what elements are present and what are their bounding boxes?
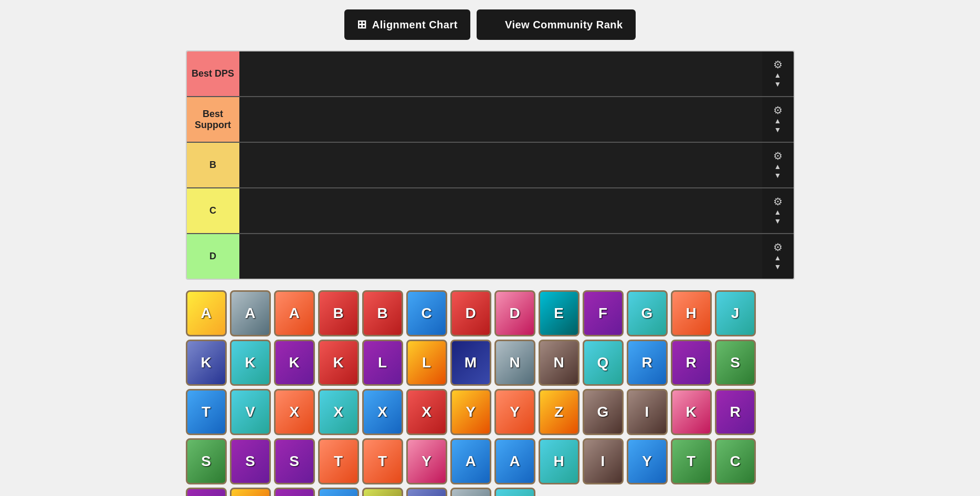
character-card[interactable]: V: [230, 389, 271, 435]
character-card[interactable]: I: [583, 438, 624, 484]
character-portrait: E: [540, 292, 578, 335]
character-card[interactable]: E: [539, 290, 579, 336]
character-card[interactable]: L: [362, 340, 403, 386]
character-card[interactable]: X: [362, 389, 403, 435]
tier-down-best-dps[interactable]: ▼: [774, 80, 782, 89]
character-card[interactable]: K: [671, 389, 712, 435]
character-card[interactable]: R: [627, 340, 668, 386]
character-card[interactable]: Y: [494, 389, 535, 435]
character-card[interactable]: G: [583, 389, 624, 435]
character-card[interactable]: C: [274, 488, 315, 496]
character-card[interactable]: G: [627, 290, 668, 336]
character-card[interactable]: N: [494, 340, 535, 386]
character-portrait: L: [408, 341, 446, 384]
character-card[interactable]: T: [362, 438, 403, 484]
character-card[interactable]: L: [406, 340, 447, 386]
character-card[interactable]: C: [715, 438, 756, 484]
character-card[interactable]: S: [715, 340, 756, 386]
character-card[interactable]: N: [362, 488, 403, 496]
character-card[interactable]: A: [186, 290, 227, 336]
character-card[interactable]: W: [450, 488, 491, 496]
tier-settings-b[interactable]: ⚙: [773, 151, 783, 161]
character-card[interactable]: D: [494, 290, 535, 336]
tier-content-d[interactable]: [239, 234, 762, 279]
character-card[interactable]: I: [627, 389, 668, 435]
character-portrait: T: [187, 391, 225, 434]
character-card[interactable]: Q: [583, 340, 624, 386]
tier-row-b: B⚙▲▼: [187, 143, 794, 188]
character-portrait: S: [231, 440, 269, 483]
character-card[interactable]: Y: [627, 438, 668, 484]
character-card[interactable]: A: [450, 438, 491, 484]
character-card[interactable]: L: [406, 488, 447, 496]
character-card[interactable]: K: [274, 340, 315, 386]
character-card[interactable]: K: [318, 340, 359, 386]
community-rank-button[interactable]: View Community Rank: [477, 9, 636, 40]
character-card[interactable]: X: [274, 389, 315, 435]
tier-content-best-support[interactable]: [239, 97, 762, 142]
character-card[interactable]: S: [230, 438, 271, 484]
character-card[interactable]: B: [362, 290, 403, 336]
character-card[interactable]: T: [186, 389, 227, 435]
tier-up-c[interactable]: ▲: [774, 208, 782, 217]
tier-down-c[interactable]: ▼: [774, 217, 782, 226]
character-card[interactable]: Y: [450, 389, 491, 435]
character-card[interactable]: J: [715, 290, 756, 336]
tier-label-b: B: [187, 143, 239, 187]
character-card[interactable]: D: [186, 488, 227, 496]
character-card[interactable]: Y: [406, 438, 447, 484]
character-card[interactable]: X: [318, 389, 359, 435]
tier-controls-best-support: ⚙▲▼: [762, 97, 794, 142]
tier-settings-best-support[interactable]: ⚙: [773, 105, 783, 115]
character-portrait: M: [452, 341, 490, 384]
character-portrait: N: [364, 489, 402, 496]
character-card[interactable]: C: [406, 290, 447, 336]
character-card[interactable]: K: [186, 340, 227, 386]
character-card[interactable]: N: [539, 340, 579, 386]
character-card[interactable]: K: [230, 340, 271, 386]
tier-up-best-dps[interactable]: ▲: [774, 71, 782, 80]
character-portrait: W: [452, 489, 490, 496]
character-card[interactable]: Z: [539, 389, 579, 435]
character-portrait: X: [364, 391, 402, 434]
character-card[interactable]: D: [450, 290, 491, 336]
character-card[interactable]: N: [318, 488, 359, 496]
tier-settings-d[interactable]: ⚙: [773, 242, 783, 252]
character-card[interactable]: S: [274, 438, 315, 484]
tier-content-best-dps[interactable]: [239, 51, 762, 96]
tier-settings-c[interactable]: ⚙: [773, 196, 783, 207]
tier-up-d[interactable]: ▲: [774, 254, 782, 262]
character-card[interactable]: A: [230, 290, 271, 336]
tier-controls-d: ⚙▲▼: [762, 234, 794, 279]
character-card[interactable]: H: [539, 438, 579, 484]
tier-down-b[interactable]: ▼: [774, 171, 782, 180]
character-card[interactable]: F: [583, 290, 624, 336]
character-card[interactable]: C: [230, 488, 271, 496]
character-card[interactable]: H: [671, 290, 712, 336]
tier-settings-best-dps[interactable]: ⚙: [773, 59, 783, 70]
character-card[interactable]: S: [186, 438, 227, 484]
tier-down-d[interactable]: ▼: [774, 262, 782, 271]
character-portrait: X: [320, 391, 357, 434]
character-card[interactable]: T: [318, 438, 359, 484]
character-card[interactable]: R: [715, 389, 756, 435]
tier-up-b[interactable]: ▲: [774, 162, 782, 171]
tier-down-best-support[interactable]: ▼: [774, 125, 782, 134]
character-card[interactable]: M: [450, 340, 491, 386]
character-card[interactable]: A: [274, 290, 315, 336]
tier-content-c[interactable]: [239, 188, 762, 233]
tier-content-b[interactable]: [239, 143, 762, 187]
character-card[interactable]: R: [671, 340, 712, 386]
character-card[interactable]: F: [494, 488, 535, 496]
tier-up-best-support[interactable]: ▲: [774, 117, 782, 125]
character-card[interactable]: B: [318, 290, 359, 336]
tier-label-best-dps: Best DPS: [187, 51, 239, 96]
character-card[interactable]: A: [494, 438, 535, 484]
character-card[interactable]: T: [671, 438, 712, 484]
character-card[interactable]: X: [406, 389, 447, 435]
tier-arrows-best-dps: ▲▼: [774, 71, 782, 89]
alignment-chart-button[interactable]: ⊞ Alignment Chart: [344, 9, 470, 40]
character-portrait: T: [320, 440, 357, 483]
character-portrait: R: [628, 341, 666, 384]
character-portrait: N: [496, 341, 534, 384]
